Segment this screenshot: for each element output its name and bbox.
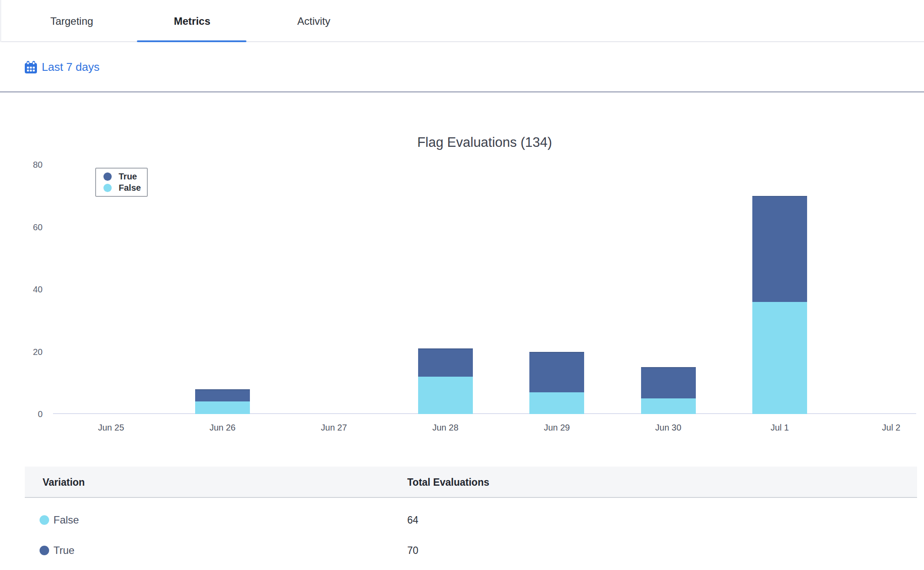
false-variation-dot bbox=[40, 515, 49, 525]
evaluations-table: Variation Total Evaluations False 64 Tru… bbox=[25, 467, 917, 566]
y-axis-tick-label: 80 bbox=[12, 160, 43, 169]
x-axis-tick-label: Jun 29 bbox=[524, 422, 589, 433]
total-evaluations-value: 64 bbox=[407, 505, 419, 535]
y-axis-tick-label: 0 bbox=[12, 409, 43, 419]
bar-segment-true-jun-26 bbox=[195, 389, 250, 402]
bar-segment-true-jun-29 bbox=[529, 352, 584, 392]
x-axis-tick-label: Jun 30 bbox=[636, 422, 701, 433]
y-axis-tick-label: 40 bbox=[12, 285, 43, 294]
variation-name: False bbox=[53, 505, 79, 535]
x-axis-tick-label: Jun 25 bbox=[79, 422, 144, 433]
table-header-row: Variation Total Evaluations bbox=[25, 467, 917, 498]
bar-segment-false-jun-28 bbox=[418, 377, 473, 414]
bar-segment-false-jun-26 bbox=[195, 401, 250, 414]
bar-segment-true-jul-1 bbox=[752, 196, 807, 302]
bar-segment-false-jun-30 bbox=[641, 398, 696, 414]
bar-segment-false-jun-29 bbox=[529, 392, 584, 414]
x-axis-tick-label: Jun 27 bbox=[301, 422, 366, 433]
y-axis-tick-label: 20 bbox=[12, 347, 43, 357]
table-row-false: False 64 bbox=[25, 505, 917, 535]
x-axis-tick-label: Jul 2 bbox=[858, 422, 924, 433]
x-axis-tick-label: Jul 1 bbox=[747, 422, 812, 433]
total-evaluations-value: 70 bbox=[407, 535, 419, 566]
table-row-true: True 70 bbox=[25, 535, 917, 566]
variation-name: True bbox=[53, 535, 74, 566]
x-axis-tick-label: Jun 28 bbox=[413, 422, 478, 433]
bar-segment-true-jun-30 bbox=[641, 367, 696, 398]
y-axis-tick-label: 60 bbox=[12, 222, 43, 232]
true-variation-dot bbox=[40, 546, 49, 555]
bar-segment-true-jun-28 bbox=[418, 348, 473, 377]
x-axis-tick-label: Jun 26 bbox=[190, 422, 255, 433]
column-header-total-evaluations: Total Evaluations bbox=[407, 467, 489, 498]
column-header-variation: Variation bbox=[43, 467, 85, 498]
bar-segment-false-jul-1 bbox=[752, 302, 807, 414]
